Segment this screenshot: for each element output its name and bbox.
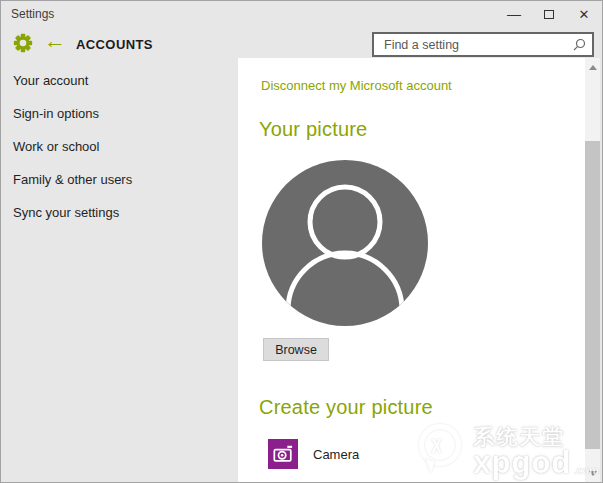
scrollbar-thumb[interactable]: [585, 141, 600, 449]
maximize-button[interactable]: [533, 1, 565, 27]
camera-tile: [268, 439, 298, 469]
page-title: ACCOUNTS: [76, 37, 153, 52]
window-title: Settings: [11, 7, 54, 21]
camera-option[interactable]: Camera: [268, 439, 359, 469]
back-button[interactable]: ←: [44, 30, 66, 52]
search-box[interactable]: [372, 32, 594, 57]
sidebar-item-sign-in-options[interactable]: Sign-in options: [1, 102, 237, 128]
content-pane: Disconnect my Microsoft account Your pic…: [238, 58, 585, 482]
scroll-up-button[interactable]: [585, 60, 600, 74]
minimize-button[interactable]: —: [498, 1, 530, 27]
close-icon: ✕: [579, 7, 590, 22]
back-arrow-icon: ←: [44, 28, 66, 53]
camera-label: Camera: [313, 447, 359, 462]
maximize-icon: [544, 10, 554, 19]
camera-icon: [270, 441, 296, 467]
search-input[interactable]: [382, 37, 573, 53]
sidebar-item-work-or-school[interactable]: Work or school: [1, 135, 237, 161]
gear-icon: [12, 32, 34, 54]
scroll-down-icon: [589, 471, 597, 476]
disconnect-account-link[interactable]: Disconnect my Microsoft account: [261, 78, 452, 93]
your-picture-heading: Your picture: [259, 118, 367, 141]
settings-window: Settings — ✕ ← ACCOUNTS Your account Sig…: [0, 0, 603, 483]
account-picture-avatar: [262, 160, 428, 326]
scroll-up-icon: [589, 65, 597, 70]
minimize-icon: —: [507, 6, 521, 22]
sidebar-item-your-account[interactable]: Your account: [1, 69, 237, 95]
scrollbar[interactable]: [585, 58, 600, 482]
scroll-down-button[interactable]: [585, 466, 600, 480]
create-your-picture-heading: Create your picture: [259, 396, 433, 419]
sidebar-item-sync-your-settings[interactable]: Sync your settings: [1, 201, 237, 227]
browse-button[interactable]: Browse: [263, 338, 329, 361]
sidebar-item-family-other-users[interactable]: Family & other users: [1, 168, 237, 194]
search-icon: [573, 38, 586, 51]
close-button[interactable]: ✕: [568, 1, 600, 27]
